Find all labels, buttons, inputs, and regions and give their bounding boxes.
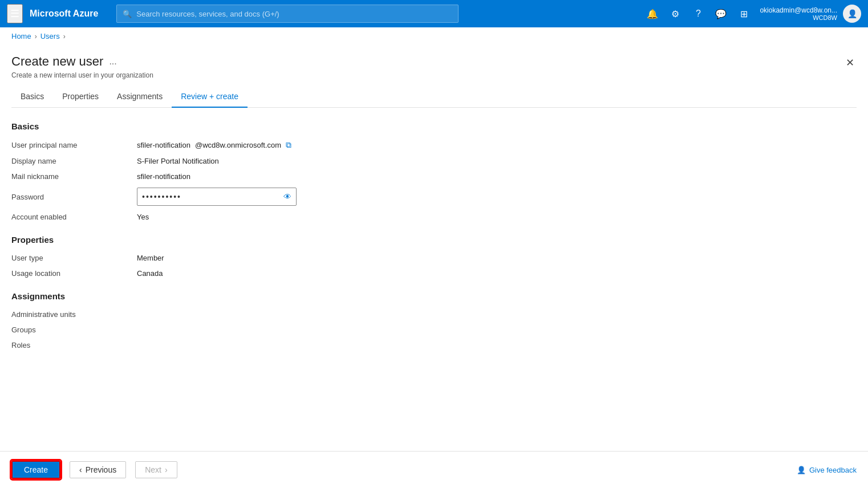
admin-units-row: Administrative units <box>11 310 857 319</box>
account-enabled-value: Yes <box>137 213 149 221</box>
previous-chevron-icon: ‹ <box>79 465 82 474</box>
toggle-password-button[interactable]: 👁 <box>283 192 291 201</box>
mail-nickname-label: Mail nickname <box>11 172 137 181</box>
user-info[interactable]: okiokadmin@wcd8w.on... WCD8W <box>760 6 837 21</box>
password-field: •••••••••• 👁 <box>137 188 297 206</box>
user-type-label: User type <box>11 254 137 262</box>
feedback-label: Give feedback <box>809 466 857 474</box>
basics-section-title: Basics <box>11 121 857 131</box>
display-name-value: S-Filer Portal Notification <box>137 157 219 165</box>
upn-domain: @wcd8w.onmicrosoft.com <box>195 141 281 149</box>
roles-row: Roles <box>11 341 857 349</box>
usage-location-row: Usage location Canada <box>11 269 857 278</box>
user-type-value: Member <box>137 254 164 262</box>
help-icon[interactable]: ? <box>688 3 708 24</box>
account-enabled-label: Account enabled <box>11 213 137 221</box>
bottom-bar: Create ‹ Previous Next › 👤 Give feedback <box>0 451 868 488</box>
password-dots: •••••••••• <box>142 192 283 201</box>
page-subtitle: Create a new internal user in your organ… <box>11 71 153 79</box>
notifications-icon[interactable]: 🔔 <box>642 3 663 24</box>
groups-row: Groups <box>11 326 857 334</box>
tab-assignments[interactable]: Assignments <box>108 86 172 108</box>
mail-nickname-value: sfiler-notification <box>137 172 190 181</box>
upn-label: User principal name <box>11 141 137 149</box>
breadcrumb-users[interactable]: Users <box>40 32 60 40</box>
password-label: Password <box>11 193 137 201</box>
user-avatar[interactable]: 👤 <box>843 5 861 23</box>
tabs-bar: Basics Properties Assignments Review + c… <box>11 86 857 108</box>
tab-basics[interactable]: Basics <box>11 86 53 108</box>
breadcrumb: Home › Users › <box>0 27 868 45</box>
assignments-section: Assignments Administrative units Groups … <box>11 291 857 349</box>
display-name-row: Display name S-Filer Portal Notification <box>11 157 857 165</box>
roles-label: Roles <box>11 341 137 349</box>
search-icon: 🔍 <box>123 10 132 18</box>
password-row: Password •••••••••• 👁 <box>11 188 857 206</box>
copy-icon[interactable]: ⧉ <box>286 140 291 150</box>
display-name-label: Display name <box>11 157 137 165</box>
feedback-nav-icon[interactable]: 💬 <box>711 3 731 24</box>
give-feedback-link[interactable]: 👤 Give feedback <box>797 466 857 474</box>
page-title-row: Create new user ... <box>11 54 153 69</box>
topnav: ☰ Microsoft Azure 🔍 🔔 ⚙ ? 💬 ⊞ okiokadmin… <box>0 0 868 27</box>
admin-units-label: Administrative units <box>11 310 137 319</box>
previous-button[interactable]: ‹ Previous <box>70 461 126 478</box>
basics-section: Basics User principal name sfiler-notifi… <box>11 121 857 221</box>
page-header: Create new user ... Create a new interna… <box>11 45 857 82</box>
search-input[interactable] <box>136 10 452 18</box>
user-type-row: User type Member <box>11 254 857 262</box>
usage-location-value: Canada <box>137 269 163 278</box>
upn-username: sfiler-notification <box>137 141 190 149</box>
upn-value: sfiler-notification @wcd8w.onmicrosoft.c… <box>137 140 291 150</box>
close-button[interactable]: ✕ <box>843 54 857 71</box>
create-button[interactable]: Create <box>11 461 60 479</box>
page-header-left: Create new user ... Create a new interna… <box>11 54 153 79</box>
tab-review-create[interactable]: Review + create <box>172 86 248 108</box>
nav-icons: 🔔 ⚙ ? 💬 ⊞ okiokadmin@wcd8w.on... WCD8W 👤 <box>642 3 861 24</box>
page-title-more[interactable]: ... <box>109 56 116 67</box>
properties-section: Properties User type Member Usage locati… <box>11 235 857 278</box>
properties-section-title: Properties <box>11 235 857 245</box>
account-enabled-row: Account enabled Yes <box>11 213 857 221</box>
tab-properties[interactable]: Properties <box>53 86 108 108</box>
settings-icon[interactable]: ⚙ <box>665 3 686 24</box>
feedback-icon: 👤 <box>797 466 806 474</box>
portal-icon[interactable]: ⊞ <box>733 3 754 24</box>
password-value: •••••••••• 👁 <box>137 188 297 206</box>
previous-label: Previous <box>86 465 116 474</box>
main-content: Create new user ... Create a new interna… <box>0 45 868 451</box>
usage-location-label: Usage location <box>11 269 137 278</box>
search-bar[interactable]: 🔍 <box>116 5 459 23</box>
next-chevron-icon: › <box>165 465 168 474</box>
upn-row: User principal name sfiler-notification … <box>11 140 857 150</box>
next-label: Next <box>145 465 161 474</box>
app-title: Microsoft Azure <box>30 9 98 19</box>
mail-nickname-row: Mail nickname sfiler-notification <box>11 172 857 181</box>
breadcrumb-home[interactable]: Home <box>11 32 31 40</box>
next-button[interactable]: Next › <box>135 461 177 478</box>
page-title: Create new user <box>11 54 103 69</box>
assignments-section-title: Assignments <box>11 291 857 301</box>
groups-label: Groups <box>11 326 137 334</box>
hamburger-button[interactable]: ☰ <box>7 4 23 23</box>
